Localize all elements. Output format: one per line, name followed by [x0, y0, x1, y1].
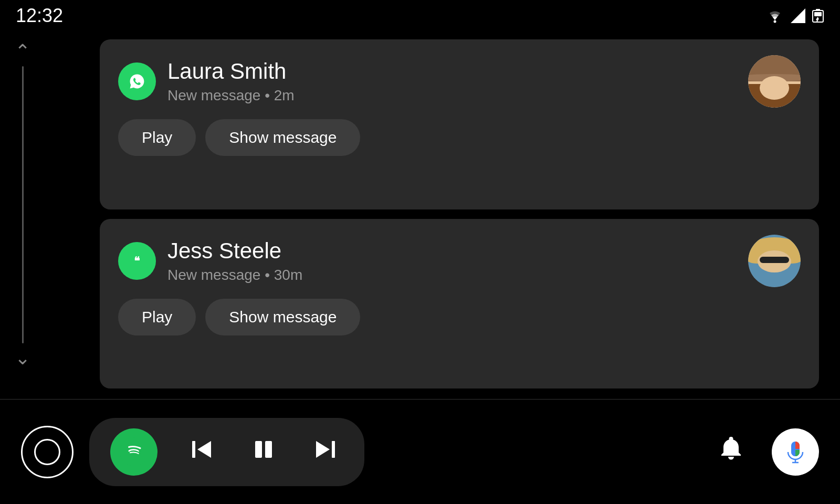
- notification-info-2: Jess Steele New message • 30m: [167, 238, 302, 284]
- sender-name-2: Jess Steele: [167, 238, 302, 264]
- skip-previous-icon: [189, 437, 214, 462]
- bell-icon: [717, 434, 746, 463]
- signal-icon: [791, 8, 805, 23]
- laura-skin: [760, 76, 789, 100]
- show-message-button-1[interactable]: Show message: [205, 119, 360, 156]
- spotify-button[interactable]: [110, 428, 158, 476]
- svg-rect-12: [192, 441, 195, 458]
- notification-card-1: Laura Smith New message • 2m Play Show m…: [100, 39, 819, 209]
- microphone-icon: [783, 439, 808, 465]
- avatar-jess: [748, 235, 801, 287]
- notification-left-2: ❝ Jess Steele New message • 30m: [118, 238, 302, 284]
- svg-rect-17: [332, 441, 335, 458]
- sender-name-1: Laura Smith: [167, 59, 295, 84]
- bell-button[interactable]: [717, 434, 746, 469]
- wifi-icon: [765, 8, 784, 23]
- notification-actions-1: Play Show message: [118, 119, 801, 156]
- scroll-up-arrow[interactable]: ⌃: [15, 42, 30, 61]
- notification-header-2: ❝ Jess Steele New message • 30m: [118, 235, 801, 287]
- battery-icon: [812, 8, 824, 23]
- home-button-inner: [34, 439, 60, 465]
- home-button[interactable]: [21, 426, 74, 478]
- jess-glasses: [760, 257, 789, 263]
- show-message-button-2[interactable]: Show message: [205, 299, 360, 335]
- notification-actions-2: Play Show message: [118, 299, 801, 335]
- next-button[interactable]: [308, 432, 343, 472]
- previous-button[interactable]: [184, 432, 219, 472]
- spotify-logo: [120, 437, 149, 466]
- svg-text:❝: ❝: [134, 254, 140, 267]
- notification-header-1: Laura Smith New message • 2m: [118, 55, 801, 108]
- bottom-right-icons: [717, 428, 819, 476]
- svg-rect-14: [255, 441, 262, 458]
- notification-left-1: Laura Smith New message • 2m: [118, 59, 295, 104]
- svg-rect-3: [816, 9, 820, 11]
- avatar-face-jess: [748, 235, 801, 287]
- media-controls: [89, 418, 364, 486]
- avatar-face-laura: [748, 55, 801, 108]
- whatsapp-app-icon: [118, 62, 156, 100]
- notification-info-1: Laura Smith New message • 2m: [167, 59, 295, 104]
- microphone-button[interactable]: [772, 428, 819, 476]
- skip-next-icon: [313, 437, 338, 462]
- svg-marker-1: [791, 8, 805, 23]
- notification-subtitle-1: New message • 2m: [167, 87, 295, 104]
- svg-point-0: [774, 20, 776, 23]
- pause-icon: [251, 437, 276, 462]
- svg-rect-4: [814, 12, 822, 16]
- scroll-line: [22, 66, 24, 343]
- google-messages-logo: ❝: [125, 249, 149, 273]
- whatsapp-logo: [125, 69, 149, 93]
- svg-marker-16: [316, 441, 330, 458]
- scroll-down-arrow[interactable]: ⌄: [15, 349, 30, 368]
- status-time: 12:32: [16, 5, 63, 27]
- status-icons: [765, 8, 824, 23]
- bottom-bar: [0, 399, 840, 504]
- play-button-2[interactable]: Play: [118, 299, 196, 335]
- google-messages-app-icon: ❝: [118, 242, 156, 280]
- svg-rect-15: [265, 441, 272, 458]
- notification-card-2: ❝ Jess Steele New message • 30m Play Sho…: [100, 219, 819, 389]
- scroll-arrows: ⌃ ⌄: [15, 42, 30, 368]
- notification-subtitle-2: New message • 30m: [167, 267, 302, 284]
- svg-point-11: [120, 437, 149, 466]
- notifications-area: Laura Smith New message • 2m Play Show m…: [100, 39, 819, 388]
- avatar-laura: [748, 55, 801, 108]
- status-bar: 12:32: [0, 0, 840, 32]
- play-button-1[interactable]: Play: [118, 119, 196, 156]
- pause-button[interactable]: [246, 432, 281, 472]
- svg-marker-13: [197, 441, 211, 458]
